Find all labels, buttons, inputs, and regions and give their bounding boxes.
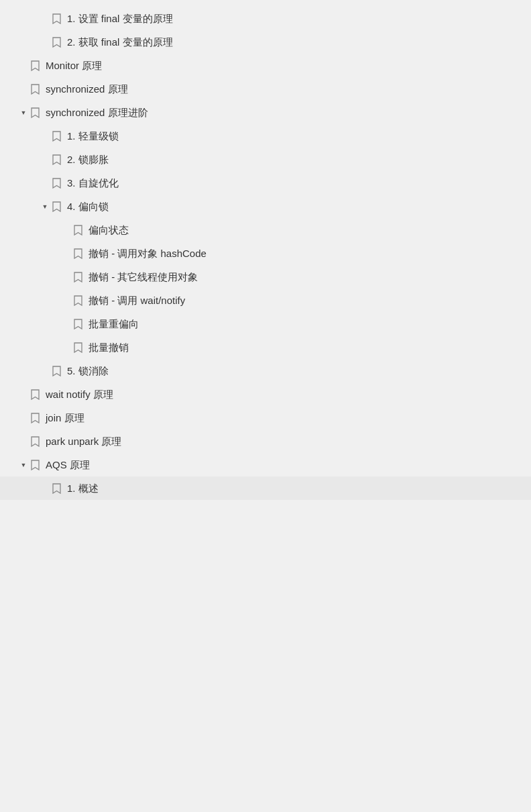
- bookmark-icon: [30, 459, 40, 471]
- expand-arrow[interactable]: [19, 460, 28, 470]
- item-label: 1. 设置 final 变量的原理: [67, 11, 173, 26]
- tree-item-item-1[interactable]: 1. 设置 final 变量的原理: [0, 7, 531, 30]
- tree-item-item-join[interactable]: join 原理: [0, 406, 531, 429]
- item-label: 1. 轻量级锁: [67, 129, 119, 143]
- bookmark-icon: [30, 412, 40, 424]
- tree-item-item-2[interactable]: 2. 获取 final 变量的原理: [0, 30, 531, 54]
- item-label: 撤销 - 调用 wait/notify: [88, 293, 185, 307]
- bookmark-icon: [72, 248, 83, 260]
- item-label: wait notify 原理: [46, 387, 113, 401]
- tree-item-item-batch-rebias[interactable]: 批量重偏向: [0, 312, 531, 336]
- item-label: join 原理: [46, 411, 84, 425]
- bookmark-icon: [51, 130, 62, 142]
- bookmark-icon: [51, 201, 62, 213]
- item-label: AQS 原理: [46, 458, 90, 472]
- tree-item-item-4[interactable]: 2. 锁膨胀: [0, 148, 531, 171]
- tree-item-item-park[interactable]: park unpark 原理: [0, 429, 531, 453]
- item-label: 1. 概述: [67, 481, 99, 495]
- item-label: Monitor 原理: [46, 58, 102, 72]
- bookmark-icon: [72, 318, 83, 330]
- tree-item-item-sync-adv[interactable]: synchronized 原理进阶: [0, 101, 531, 124]
- item-label: 3. 自旋优化: [67, 176, 119, 190]
- item-label: 撤销 - 其它线程使用对象: [88, 270, 198, 284]
- item-label: 5. 锁消除: [67, 364, 109, 378]
- bookmark-icon: [30, 60, 40, 72]
- item-label: 4. 偏向锁: [67, 199, 109, 213]
- item-label: 偏向状态: [88, 223, 129, 237]
- tree-item-item-revoke-wait[interactable]: 撤销 - 调用 wait/notify: [0, 289, 531, 312]
- tree-item-item-6[interactable]: 5. 锁消除: [0, 359, 531, 383]
- item-label: 2. 锁膨胀: [67, 152, 109, 166]
- item-label: synchronized 原理进阶: [46, 105, 148, 119]
- bookmark-icon: [51, 154, 62, 166]
- item-label: 撤销 - 调用对象 hashCode: [88, 246, 206, 260]
- tree-item-item-aqs-1[interactable]: 1. 概述: [0, 476, 531, 500]
- tree-item-item-5[interactable]: 3. 自旋优化: [0, 171, 531, 195]
- bookmark-icon: [30, 436, 40, 448]
- tree-item-item-monitor[interactable]: Monitor 原理: [0, 54, 531, 77]
- item-label: 2. 获取 final 变量的原理: [67, 35, 173, 49]
- tree-item-item-batch-revoke[interactable]: 批量撤销: [0, 336, 531, 359]
- bookmark-icon: [51, 36, 62, 48]
- bookmark-icon: [72, 224, 83, 236]
- bookmark-icon: [72, 342, 83, 354]
- tree-item-item-3[interactable]: 1. 轻量级锁: [0, 124, 531, 148]
- bookmark-icon: [51, 177, 62, 189]
- bookmark-icon: [51, 365, 62, 377]
- item-label: park unpark 原理: [46, 434, 121, 448]
- tree-item-item-biased[interactable]: 4. 偏向锁: [0, 195, 531, 218]
- bookmark-icon: [30, 389, 40, 401]
- tree-item-item-bias-state[interactable]: 偏向状态: [0, 218, 531, 242]
- item-label: synchronized 原理: [46, 82, 128, 96]
- bookmark-icon: [72, 271, 83, 283]
- tree-item-item-aqs[interactable]: AQS 原理: [0, 453, 531, 476]
- bookmark-icon: [51, 13, 62, 25]
- item-label: 批量撤销: [88, 340, 129, 354]
- bookmark-icon: [30, 107, 40, 119]
- tree-item-item-sync[interactable]: synchronized 原理: [0, 77, 531, 101]
- tree-item-item-wait-notify[interactable]: wait notify 原理: [0, 383, 531, 406]
- expand-arrow[interactable]: [40, 202, 50, 211]
- bookmark-icon: [51, 483, 62, 495]
- bookmark-icon: [72, 295, 83, 307]
- item-label: 批量重偏向: [88, 317, 139, 331]
- expand-arrow[interactable]: [19, 108, 28, 117]
- tree-item-item-revoke-other[interactable]: 撤销 - 其它线程使用对象: [0, 265, 531, 289]
- bookmark-icon: [30, 83, 40, 95]
- tree-container: 1. 设置 final 变量的原理 2. 获取 final 变量的原理 Moni…: [0, 0, 531, 507]
- tree-item-item-revoke-hash[interactable]: 撤销 - 调用对象 hashCode: [0, 242, 531, 265]
